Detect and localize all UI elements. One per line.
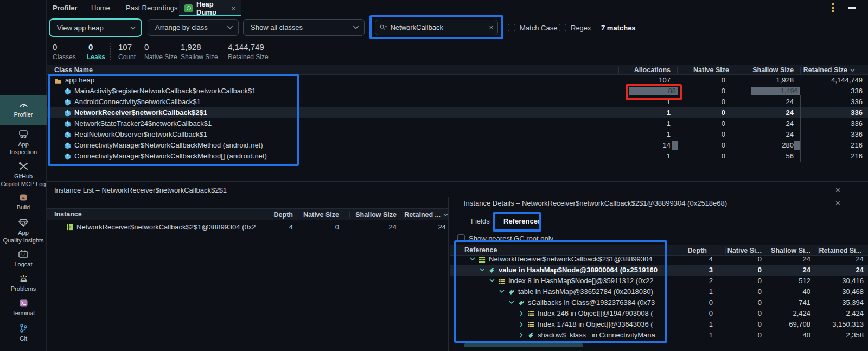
tree-row-selected[interactable]: value in HashMap$Node@38900064 (0x251916… [450,265,868,276]
panel-divider[interactable] [448,197,449,351]
sidebar-item-github-copilot-mcp-log[interactable]: GitHub Copilot MCP Log [0,162,47,188]
chevron-right-icon[interactable] [519,311,524,316]
field-tag-icon [527,332,534,339]
sidebar-item-git[interactable]: Git [0,323,47,342]
array-index-icon [527,321,534,328]
chevron-right-icon[interactable] [519,322,524,327]
depth-value: 4 [680,254,713,265]
class-name: ConnectivityManager$NetworkCallbackMetho… [74,151,267,162]
col-shallow-size[interactable]: Shallow Size [739,65,794,75]
stat-leaks-label[interactable]: Leaks [87,53,105,61]
sidebar-item-label: Logcat [14,261,32,267]
tab-home[interactable]: Home [91,4,110,12]
search-clear-icon[interactable]: × [489,24,493,31]
alloc-value: 14 [611,140,671,151]
stat-classes-value: 0 [53,42,57,52]
native-value: 0 [682,118,725,129]
col-native-size[interactable]: Native Size [680,65,729,75]
sidebar-item-build[interactable]: Build [0,193,47,211]
sidebar-item-label: Build [17,204,30,210]
native-value: 0 [682,140,725,151]
retained-value: 24 [404,221,446,233]
gc-root-checkbox[interactable] [457,234,465,242]
heap-select-dropdown[interactable]: View app heap [49,18,142,37]
instance-row[interactable]: NetworkReceiver$networkCallback$2$1@3889… [47,221,448,233]
regex-checkbox[interactable] [559,24,566,31]
reference-text: value in HashMap$Node@38900064 (0x251916… [499,265,658,276]
match-case-checkbox[interactable] [508,24,515,31]
match-case-label: Match Case [520,24,557,32]
table-row[interactable]: AndroidConnectivity$networkCallback$1 1 … [47,97,868,107]
sidebar-item-problems[interactable]: Problems [0,274,47,292]
col-shallow-size[interactable]: Shallow Size [345,210,397,220]
chevron-down-icon[interactable] [480,267,485,273]
tree-row[interactable]: Index 246 in Object[]@1947903008 ( 0 0 2… [450,308,868,319]
tree-row[interactable]: table in HashMap@33652784 (0x2018030) 1 … [450,286,868,297]
chevron-down-icon[interactable] [499,289,505,295]
bottom-panel-divider [47,181,868,182]
horizontal-scrollbar[interactable] [464,343,583,347]
sidebar-item-logcat[interactable]: Logcat [0,250,47,268]
table-row[interactable]: ConnectivityManager$NetworkCallbackMetho… [47,140,868,151]
instance-details-close-icon[interactable]: × [835,199,840,207]
stat-count-label: Count [118,53,136,61]
reference-text: sCallbacks in Class@1932376384 (0x73 [528,297,655,308]
tab-fields[interactable]: Fields [471,217,490,225]
alloc-value: 1 [611,97,671,107]
search-input[interactable] [390,23,486,31]
stat-shallow-label: Shallow Size [181,53,218,61]
table-row[interactable]: app heap 107 0 1,928 4,144,749 [47,75,868,86]
kebab-menu-icon[interactable] [832,3,834,12]
classes-select-dropdown[interactable]: Show all classes [243,19,365,36]
table-row[interactable]: MainActivity$registerNetworkCallback$net… [47,86,868,97]
sidebar-item-app-quality-insights[interactable]: App Quality Insights [0,218,47,244]
tab-past-recordings[interactable]: Past Recordings [126,4,177,12]
class-name: app heap [65,75,94,86]
tab-heap-dump[interactable]: Heap Dump × [179,0,241,16]
retained-value: 336 [797,107,863,118]
col-retained-size[interactable]: Retained Size [788,65,847,75]
col-class-name[interactable]: Class Name [54,66,93,74]
chevron-right-icon[interactable] [519,333,524,338]
chevron-down-icon[interactable] [470,257,475,262]
minimize-icon[interactable] [848,7,856,9]
stat-retained-label: Retained Size [228,53,269,61]
table-row[interactable]: NetworkStateTracker24$networkCallback$1 … [47,118,868,129]
chevron-down-icon[interactable] [509,300,514,305]
native-value: 0 [682,75,725,86]
chevron-down-icon[interactable] [489,278,495,284]
table-row[interactable]: ConnectivityManager$NetworkCallbackMetho… [47,151,868,162]
sidebar-item-terminal[interactable]: Terminal [0,298,47,317]
instance-list-close-icon[interactable]: × [835,186,840,194]
table-row[interactable]: RealNetworkObserver$networkCallback$1 1 … [47,129,868,140]
col-instance[interactable]: Instance [54,210,82,218]
sort-desc-icon [443,213,448,217]
instance-name: NetworkReceiver$networkCallback$2$1@3889… [76,222,256,233]
sidebar-item-app-inspection[interactable]: App Inspection [0,129,47,156]
col-reference[interactable]: Reference [464,246,497,254]
stat-classes-label: Classes [53,53,76,61]
reference-text: Index 8 in HashMap$Node[]@35911312 (0x22 [508,276,653,286]
sidebar-item-label: App [18,141,29,148]
col-allocations[interactable]: Allocations [611,65,671,75]
tree-row[interactable]: shadow$_klass_ in ConnectivityMana 1 0 4… [450,330,868,341]
native-value: 0 [682,97,725,107]
retained-value: 30,468 [815,286,864,297]
sidebar-item-label: Git [20,335,27,342]
tab-references[interactable]: References [503,217,541,225]
table-row-selected[interactable]: NetworkReceiver$networkCallback$2$1 1 0 … [47,107,868,118]
tree-row[interactable]: Index 17418 in Object[]@33643036 ( 1 0 6… [450,319,868,330]
logcat-cat-icon [0,250,47,259]
instance-details-title: Instance Details – NetworkReceiver$netwo… [464,199,727,207]
tree-row[interactable]: sCallbacks in Class@1932376384 (0x73 0 0… [450,297,868,308]
retained-value: 24 [815,254,864,265]
search-field[interactable]: × [375,20,498,35]
arrange-select-dropdown[interactable]: Arrange by class [148,19,239,36]
col-native-size[interactable]: Native Size [296,210,339,220]
depth-value: 3 [680,265,713,276]
tab-close-icon[interactable]: × [231,5,235,12]
sidebar-item-profiler[interactable]: Profiler [0,95,47,125]
tree-row[interactable]: Index 8 in HashMap$Node[]@35911312 (0x22… [450,276,868,286]
col-depth[interactable]: Depth [255,210,293,220]
tree-row[interactable]: NetworkReceiver$networkCallback$2$1@3889… [450,254,868,265]
